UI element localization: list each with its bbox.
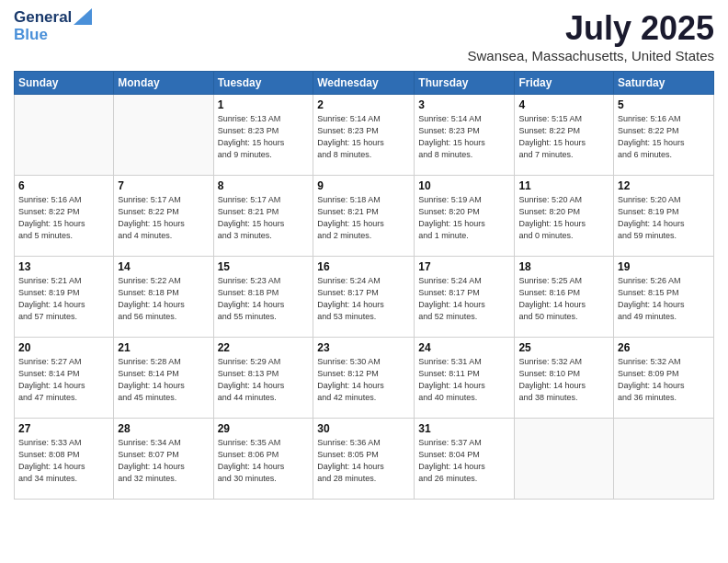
day-number: 1 [218,98,310,111]
day-info: Sunrise: 5:31 AMSunset: 8:11 PMDaylight:… [418,356,510,404]
calendar-cell: 24Sunrise: 5:31 AMSunset: 8:11 PMDayligh… [415,338,515,419]
calendar-cell: 1Sunrise: 5:13 AMSunset: 8:23 PMDaylight… [213,95,313,176]
calendar-cell: 3Sunrise: 5:14 AMSunset: 8:23 PMDaylight… [415,95,515,176]
day-info: Sunrise: 5:32 AMSunset: 8:10 PMDaylight:… [518,356,609,404]
calendar-cell: 25Sunrise: 5:32 AMSunset: 8:10 PMDayligh… [515,338,614,419]
day-info: Sunrise: 5:33 AMSunset: 8:08 PMDaylight:… [18,437,109,485]
day-info: Sunrise: 5:20 AMSunset: 8:20 PMDaylight:… [518,194,609,242]
day-info: Sunrise: 5:17 AMSunset: 8:22 PMDaylight:… [118,194,209,242]
calendar-cell: 2Sunrise: 5:14 AMSunset: 8:23 PMDaylight… [313,95,415,176]
day-number: 11 [518,179,609,192]
day-number: 20 [18,341,109,354]
calendar-cell: 28Sunrise: 5:34 AMSunset: 8:07 PMDayligh… [114,419,213,500]
day-number: 27 [18,422,109,435]
calendar-cell: 5Sunrise: 5:16 AMSunset: 8:22 PMDaylight… [614,95,714,176]
day-info: Sunrise: 5:37 AMSunset: 8:04 PMDaylight:… [418,437,510,485]
calendar-cell: 20Sunrise: 5:27 AMSunset: 8:14 PMDayligh… [15,338,114,419]
day-info: Sunrise: 5:14 AMSunset: 8:23 PMDaylight:… [317,113,410,161]
svg-marker-0 [74,8,92,25]
day-number: 29 [218,422,310,435]
logo-text-line2: Blue [14,26,48,43]
day-number: 22 [218,341,310,354]
calendar-header-monday: Monday [114,72,213,95]
day-number: 12 [618,179,710,192]
calendar-cell: 7Sunrise: 5:17 AMSunset: 8:22 PMDaylight… [114,176,213,257]
page: General Blue July 2025 Swansea, Massachu… [0,0,728,563]
calendar-header-friday: Friday [515,72,614,95]
day-info: Sunrise: 5:21 AMSunset: 8:19 PMDaylight:… [18,275,109,323]
day-number: 28 [118,422,209,435]
calendar-table: SundayMondayTuesdayWednesdayThursdayFrid… [14,71,714,500]
calendar-week-row: 6Sunrise: 5:16 AMSunset: 8:22 PMDaylight… [15,176,714,257]
day-info: Sunrise: 5:32 AMSunset: 8:09 PMDaylight:… [618,356,710,404]
calendar-header-thursday: Thursday [415,72,515,95]
calendar-cell: 11Sunrise: 5:20 AMSunset: 8:20 PMDayligh… [515,176,614,257]
day-info: Sunrise: 5:14 AMSunset: 8:23 PMDaylight:… [418,113,510,161]
calendar-cell: 26Sunrise: 5:32 AMSunset: 8:09 PMDayligh… [614,338,714,419]
day-number: 8 [218,179,310,192]
day-info: Sunrise: 5:15 AMSunset: 8:22 PMDaylight:… [518,113,609,161]
calendar-cell: 15Sunrise: 5:23 AMSunset: 8:18 PMDayligh… [213,257,313,338]
day-number: 31 [418,422,510,435]
day-number: 18 [518,260,609,273]
calendar-cell: 29Sunrise: 5:35 AMSunset: 8:06 PMDayligh… [213,419,313,500]
day-number: 17 [418,260,510,273]
day-number: 7 [118,179,209,192]
day-info: Sunrise: 5:35 AMSunset: 8:06 PMDaylight:… [218,437,310,485]
day-info: Sunrise: 5:17 AMSunset: 8:21 PMDaylight:… [218,194,310,242]
main-title: July 2025 [468,9,714,48]
title-section: July 2025 Swansea, Massachusetts, United… [468,9,714,63]
day-number: 21 [118,341,209,354]
calendar-header-tuesday: Tuesday [213,72,313,95]
day-number: 6 [18,179,109,192]
calendar-cell: 14Sunrise: 5:22 AMSunset: 8:18 PMDayligh… [114,257,213,338]
calendar-cell: 8Sunrise: 5:17 AMSunset: 8:21 PMDaylight… [213,176,313,257]
day-number: 2 [317,98,410,111]
day-number: 26 [618,341,710,354]
calendar-cell [614,419,714,500]
day-info: Sunrise: 5:24 AMSunset: 8:17 PMDaylight:… [418,275,510,323]
calendar-week-row: 13Sunrise: 5:21 AMSunset: 8:19 PMDayligh… [15,257,714,338]
day-info: Sunrise: 5:16 AMSunset: 8:22 PMDaylight:… [18,194,109,242]
calendar-cell [515,419,614,500]
day-number: 4 [518,98,609,111]
day-number: 14 [118,260,209,273]
day-number: 23 [317,341,410,354]
logo-triangle-icon [74,8,92,25]
day-info: Sunrise: 5:22 AMSunset: 8:18 PMDaylight:… [118,275,209,323]
calendar-cell: 4Sunrise: 5:15 AMSunset: 8:22 PMDaylight… [515,95,614,176]
day-number: 24 [418,341,510,354]
calendar-cell: 27Sunrise: 5:33 AMSunset: 8:08 PMDayligh… [15,419,114,500]
day-info: Sunrise: 5:27 AMSunset: 8:14 PMDaylight:… [18,356,109,404]
day-number: 25 [518,341,609,354]
day-info: Sunrise: 5:29 AMSunset: 8:13 PMDaylight:… [218,356,310,404]
calendar-cell: 18Sunrise: 5:25 AMSunset: 8:16 PMDayligh… [515,257,614,338]
day-info: Sunrise: 5:24 AMSunset: 8:17 PMDaylight:… [317,275,410,323]
day-info: Sunrise: 5:13 AMSunset: 8:23 PMDaylight:… [218,113,310,161]
day-info: Sunrise: 5:23 AMSunset: 8:18 PMDaylight:… [218,275,310,323]
calendar-cell: 31Sunrise: 5:37 AMSunset: 8:04 PMDayligh… [415,419,515,500]
calendar-cell: 21Sunrise: 5:28 AMSunset: 8:14 PMDayligh… [114,338,213,419]
calendar-cell: 22Sunrise: 5:29 AMSunset: 8:13 PMDayligh… [213,338,313,419]
calendar-header-saturday: Saturday [614,72,714,95]
subtitle: Swansea, Massachusetts, United States [468,48,714,63]
calendar-header-row: SundayMondayTuesdayWednesdayThursdayFrid… [15,72,714,95]
day-number: 30 [317,422,410,435]
calendar-cell [114,95,213,176]
day-number: 16 [317,260,410,273]
day-number: 13 [18,260,109,273]
day-number: 19 [618,260,710,273]
day-info: Sunrise: 5:18 AMSunset: 8:21 PMDaylight:… [317,194,410,242]
calendar-week-row: 27Sunrise: 5:33 AMSunset: 8:08 PMDayligh… [15,419,714,500]
calendar-header-wednesday: Wednesday [313,72,415,95]
day-number: 9 [317,179,410,192]
calendar-cell: 30Sunrise: 5:36 AMSunset: 8:05 PMDayligh… [313,419,415,500]
header: General Blue July 2025 Swansea, Massachu… [14,9,714,63]
calendar-cell: 9Sunrise: 5:18 AMSunset: 8:21 PMDaylight… [313,176,415,257]
day-number: 5 [618,98,710,111]
calendar-cell: 6Sunrise: 5:16 AMSunset: 8:22 PMDaylight… [15,176,114,257]
calendar-cell: 19Sunrise: 5:26 AMSunset: 8:15 PMDayligh… [614,257,714,338]
day-info: Sunrise: 5:19 AMSunset: 8:20 PMDaylight:… [418,194,510,242]
day-number: 3 [418,98,510,111]
calendar-cell: 23Sunrise: 5:30 AMSunset: 8:12 PMDayligh… [313,338,415,419]
